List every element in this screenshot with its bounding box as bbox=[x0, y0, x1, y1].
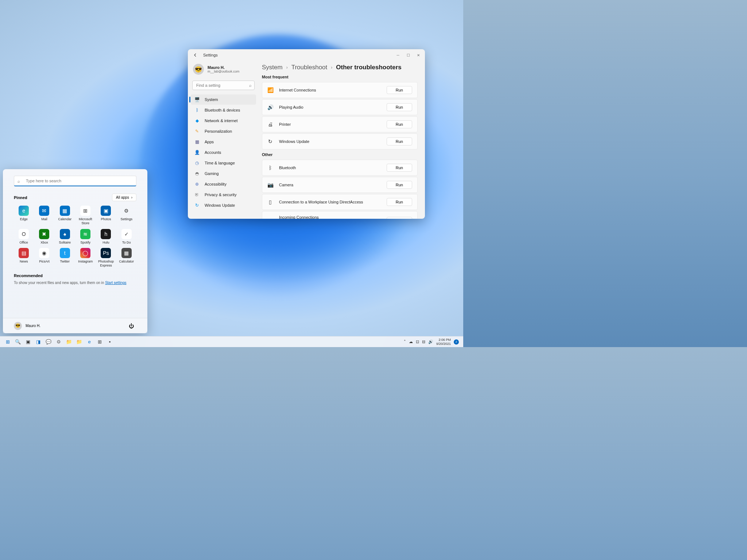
taskbar-search-icon[interactable]: 🔍 bbox=[13, 337, 23, 347]
app-tile-photoshop-express[interactable]: PsPhotoshop Express bbox=[96, 246, 116, 269]
run-button[interactable]: Run bbox=[387, 217, 412, 219]
taskbar-start-icon[interactable]: ⊞ bbox=[3, 337, 12, 347]
app-label: Photos bbox=[101, 217, 111, 221]
maximize-button[interactable]: ☐ bbox=[403, 51, 413, 59]
app-label: Twitter bbox=[60, 260, 70, 264]
breadcrumb-troubleshoot[interactable]: Troubleshoot bbox=[291, 64, 328, 71]
taskbar-store-icon[interactable]: ⊞ bbox=[95, 337, 104, 347]
avatar-icon: 😎 bbox=[14, 322, 22, 330]
app-tile-xbox[interactable]: ✖Xbox bbox=[34, 228, 54, 246]
back-button[interactable] bbox=[189, 49, 201, 61]
app-label: Hulu bbox=[102, 241, 109, 245]
taskbar-explorer-icon[interactable]: 📁 bbox=[64, 337, 74, 347]
minimize-button[interactable]: ─ bbox=[393, 51, 403, 59]
app-label: Spotify bbox=[80, 241, 90, 245]
user-email: m__lab@outlook.com bbox=[208, 70, 239, 73]
start-search-input[interactable] bbox=[14, 176, 136, 186]
troubleshooter-label: Connection to a Workplace Using DirectAc… bbox=[279, 200, 381, 204]
nav-item-privacy-security[interactable]: ⛨Privacy & security bbox=[191, 190, 256, 200]
close-button[interactable]: ✕ bbox=[413, 51, 423, 59]
run-button[interactable]: Run bbox=[387, 198, 412, 206]
user-name: Mauro H. bbox=[208, 65, 239, 70]
run-button[interactable]: Run bbox=[387, 103, 412, 111]
app-icon: ✉ bbox=[39, 206, 49, 216]
onedrive-icon[interactable]: ☁ bbox=[409, 339, 413, 344]
settings-sidebar: 😎 Mauro H. m__lab@outlook.com ⌕ 🖥️System… bbox=[188, 61, 259, 219]
app-tile-news[interactable]: ▤News bbox=[14, 246, 34, 269]
taskbar-widgets-icon[interactable]: ◨ bbox=[34, 337, 43, 347]
network-board-icon[interactable]: ⊟ bbox=[422, 339, 425, 344]
troubleshooter-row: ↻Windows UpdateRun bbox=[262, 133, 418, 149]
nav-item-network-internet[interactable]: ◆Network & internet bbox=[191, 116, 256, 126]
footer-user-button[interactable]: 😎 Mauro H. bbox=[14, 322, 40, 330]
taskbar-chat-icon[interactable]: 💬 bbox=[44, 337, 53, 347]
app-tile-calendar[interactable]: ▦Calendar bbox=[55, 204, 75, 227]
search-icon: ⌕ bbox=[249, 83, 252, 88]
nav-icon: ▦ bbox=[194, 139, 200, 144]
breadcrumb-system[interactable]: System bbox=[262, 64, 283, 71]
app-label: Microsoft Store bbox=[76, 217, 94, 225]
run-button[interactable]: Run bbox=[387, 120, 412, 128]
nav-item-time-language[interactable]: ◷Time & language bbox=[191, 158, 256, 168]
breadcrumb: System › Troubleshoot › Other troublesho… bbox=[262, 64, 418, 71]
nav-item-accessibility[interactable]: ⊕Accessibility bbox=[191, 179, 256, 189]
app-tile-instagram[interactable]: ◯Instagram bbox=[76, 246, 95, 269]
app-tile-photos[interactable]: ▣Photos bbox=[96, 204, 116, 227]
app-icon: ◉ bbox=[39, 248, 49, 258]
app-tile-office[interactable]: OOffice bbox=[14, 228, 34, 246]
run-button[interactable]: Run bbox=[387, 181, 412, 189]
nav-label: Gaming bbox=[205, 171, 219, 176]
app-tile-solitaire[interactable]: ♠Solitaire bbox=[55, 228, 75, 246]
app-label: Photoshop Express bbox=[97, 260, 115, 268]
nav-item-windows-update[interactable]: ↻Windows Update bbox=[191, 200, 256, 210]
notification-badge[interactable]: 2 bbox=[454, 339, 459, 345]
start-settings-link[interactable]: Start settings bbox=[105, 281, 126, 285]
app-icon: ▣ bbox=[101, 206, 111, 216]
app-tile-settings[interactable]: ⚙Settings bbox=[117, 204, 136, 227]
app-tile-hulu[interactable]: hHulu bbox=[96, 228, 116, 246]
troubleshooter-icon: 🔊 bbox=[267, 104, 273, 110]
app-tile-edge[interactable]: eEdge bbox=[14, 204, 34, 227]
volume-icon[interactable]: 🔊 bbox=[428, 339, 433, 344]
settings-search-input[interactable] bbox=[192, 81, 255, 90]
app-tile-mail[interactable]: ✉Mail bbox=[34, 204, 54, 227]
nav-label: Accounts bbox=[205, 150, 221, 155]
app-icon: t bbox=[60, 248, 70, 258]
tray-chevron-icon[interactable]: ˄ bbox=[404, 339, 406, 344]
app-label: PicsArt bbox=[39, 260, 50, 264]
app-tile-twitter[interactable]: tTwitter bbox=[55, 246, 75, 269]
nav-item-bluetooth-devices[interactable]: ᛒBluetooth & devices bbox=[191, 105, 256, 115]
troubleshooter-label: Internet Connections bbox=[279, 88, 381, 92]
nav-item-system[interactable]: 🖥️System bbox=[191, 94, 256, 105]
app-tile-spotify[interactable]: ≋Spotify bbox=[76, 228, 95, 246]
app-tile-calculator[interactable]: ▦Calculator bbox=[117, 246, 136, 269]
app-icon: Ps bbox=[101, 248, 111, 258]
app-icon: ✖ bbox=[39, 229, 49, 239]
taskbar-explorer2-icon[interactable]: 📁 bbox=[74, 337, 84, 347]
taskbar-terminal-icon[interactable]: ▪ bbox=[105, 337, 115, 347]
all-apps-button[interactable]: All apps › bbox=[112, 194, 136, 201]
power-button[interactable]: ⏻ bbox=[126, 321, 136, 331]
app-tile-microsoft-store[interactable]: ⊞Microsoft Store bbox=[76, 204, 95, 227]
troubleshooter-icon: 🖨 bbox=[267, 121, 273, 127]
run-button[interactable]: Run bbox=[387, 86, 412, 94]
clock[interactable]: 2:06 PM 9/20/2021 bbox=[436, 338, 451, 346]
taskbar-settings-icon[interactable]: ⚙ bbox=[54, 337, 63, 347]
nav-item-personalization[interactable]: ✎Personalization bbox=[191, 126, 256, 136]
nav-icon: ᛒ bbox=[194, 108, 200, 113]
nav-item-accounts[interactable]: 👤Accounts bbox=[191, 147, 256, 158]
update-icon[interactable]: ⊡ bbox=[416, 339, 419, 344]
app-tile-picsart[interactable]: ◉PicsArt bbox=[34, 246, 54, 269]
nav-item-apps[interactable]: ▦Apps bbox=[191, 137, 256, 147]
run-button[interactable]: Run bbox=[387, 164, 412, 172]
search-icon: ⌕ bbox=[18, 179, 20, 183]
run-button[interactable]: Run bbox=[387, 137, 412, 145]
nav-item-gaming[interactable]: ◓Gaming bbox=[191, 168, 256, 179]
app-tile-to-do[interactable]: ✓To Do bbox=[117, 228, 136, 246]
taskbar-edge-icon[interactable]: e bbox=[85, 337, 94, 347]
taskbar-taskview-icon[interactable]: ▣ bbox=[23, 337, 33, 347]
user-profile[interactable]: 😎 Mauro H. m__lab@outlook.com bbox=[191, 61, 256, 81]
search-wrapper: ⌕ bbox=[192, 81, 255, 90]
troubleshooter-icon: 📶 bbox=[267, 87, 273, 93]
window-title: Settings bbox=[203, 53, 218, 57]
